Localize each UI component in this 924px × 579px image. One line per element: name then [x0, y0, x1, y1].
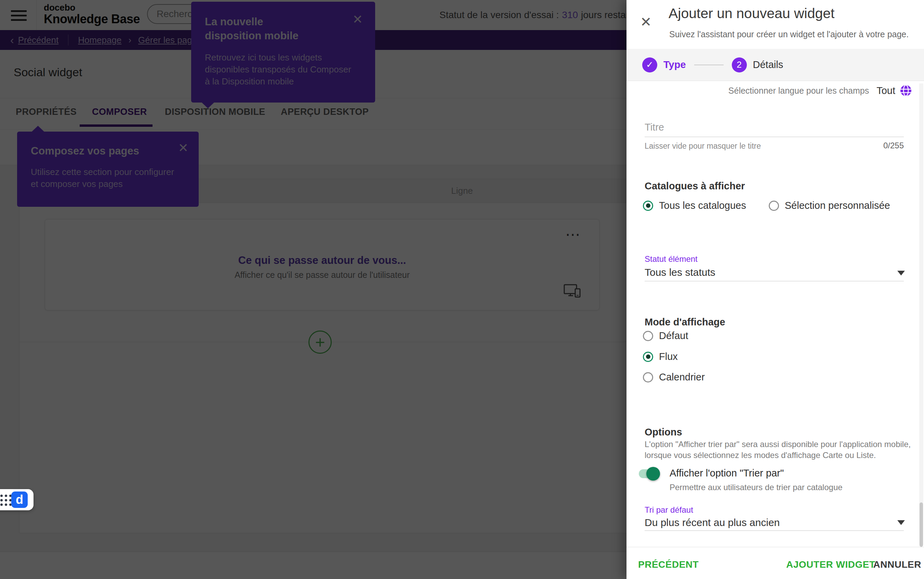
- radio-custom-selection-label: Sélection personnalisée: [785, 200, 890, 211]
- title-input-underline: [645, 137, 904, 137]
- step-2-number[interactable]: 2: [732, 57, 747, 72]
- radio-default-label: Défaut: [659, 330, 688, 342]
- element-status-label: Statut élément: [645, 254, 698, 264]
- sort-toggle-label: Afficher l'option "Trier par": [670, 468, 784, 479]
- wizard-stepper: ✓ Type 2 Détails: [626, 49, 924, 81]
- radio-flux-label: Flux: [659, 351, 678, 362]
- radio-flux[interactable]: [643, 352, 653, 362]
- radio-calendar-label: Calendrier: [659, 371, 705, 383]
- add-widget-button[interactable]: AJOUTER WIDGET: [786, 559, 875, 570]
- element-status-select[interactable]: Tous les statuts: [645, 267, 715, 278]
- language-selector-label: Sélectionner langue pour les champs: [728, 86, 869, 96]
- drawer-title: Ajouter un nouveau widget: [668, 5, 835, 21]
- drag-handle-icon[interactable]: [0, 495, 11, 506]
- drawer-scrollbar-track[interactable]: [919, 83, 923, 545]
- drawer-scrollbar-thumb[interactable]: [919, 502, 923, 547]
- step-1-check-icon[interactable]: ✓: [642, 57, 657, 72]
- options-description: L'option "Afficher trier par" sera aussi…: [645, 439, 918, 461]
- title-input-placeholder[interactable]: Titre: [645, 122, 664, 133]
- drawer-subtitle: Suivez l'assistant pour créer un widget …: [669, 29, 909, 39]
- display-mode-option-default: Défaut: [643, 330, 688, 342]
- add-widget-drawer: ✕ Ajouter un nouveau widget Suivez l'ass…: [626, 0, 924, 579]
- catalogs-radio-group: Tous les catalogues Sélection personnali…: [643, 200, 890, 211]
- chevron-down-icon[interactable]: [897, 520, 905, 525]
- chevron-down-icon[interactable]: [897, 271, 905, 275]
- options-heading: Options: [645, 427, 682, 438]
- catalogs-heading: Catalogues à afficher: [645, 180, 745, 192]
- docebo-launcher-button[interactable]: d: [11, 492, 28, 508]
- globe-icon[interactable]: [900, 85, 912, 96]
- display-mode-heading: Mode d'affichage: [645, 317, 725, 328]
- language-selector-value[interactable]: Tout: [876, 85, 895, 96]
- radio-custom-selection[interactable]: [769, 201, 779, 211]
- radio-default[interactable]: [643, 331, 653, 341]
- radio-calendar[interactable]: [643, 372, 653, 383]
- default-sort-select[interactable]: Du plus récent au plus ancien: [645, 517, 780, 528]
- title-char-counter: 0/255: [645, 141, 904, 150]
- default-sort-label: Tri par défaut: [645, 505, 693, 515]
- default-sort-underline: [645, 530, 904, 531]
- display-mode-option-calendar: Calendrier: [643, 371, 705, 383]
- cancel-button[interactable]: ANNULER: [873, 559, 921, 570]
- radio-all-catalogs[interactable]: [643, 201, 653, 211]
- step-1-label: Type: [664, 59, 686, 70]
- element-status-underline: [645, 281, 904, 281]
- step-2-label: Détails: [753, 59, 783, 70]
- radio-all-catalogs-label: Tous les catalogues: [659, 200, 746, 211]
- sort-toggle-knob[interactable]: [646, 467, 660, 481]
- close-icon[interactable]: ✕: [640, 15, 652, 29]
- language-selector-row: Sélectionner langue pour les champs Tout: [728, 85, 912, 96]
- screen: docebo Knowledge Base Statut de la versi…: [0, 0, 924, 579]
- previous-button[interactable]: PRÉCÉDENT: [638, 559, 699, 570]
- docebo-launcher-pill: d: [0, 489, 33, 510]
- step-connector: [694, 65, 724, 65]
- display-mode-option-flux: Flux: [643, 351, 678, 362]
- sort-toggle-sublabel: Permettre aux utilisateurs de trier par …: [670, 483, 843, 492]
